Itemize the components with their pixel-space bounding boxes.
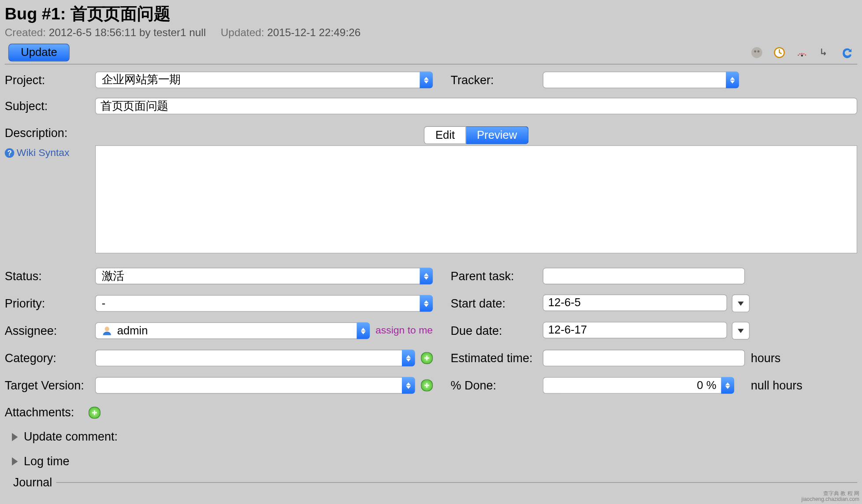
start-date-picker-button[interactable] (732, 294, 750, 312)
tracker-label: Tracker: (451, 73, 543, 87)
meta-line: Created: 2012-6-5 18:56:11 by tester1 nu… (5, 26, 857, 39)
status-label: Status: (5, 269, 95, 283)
add-version-button[interactable] (421, 379, 433, 391)
toolbar-icons (750, 46, 857, 59)
status-select[interactable]: 激活 (95, 268, 433, 285)
status-value: 激活 (96, 268, 420, 284)
estimated-time-label: Estimated time: (451, 351, 543, 365)
start-date-label: Start date: (451, 296, 543, 310)
chevron-updown-icon (721, 377, 734, 394)
created-label: Created: (5, 26, 46, 38)
separator (5, 64, 857, 64)
gauge-icon[interactable] (795, 46, 809, 59)
chevron-updown-icon (726, 71, 739, 88)
wiki-syntax-link[interactable]: ? Wiki Syntax (5, 147, 95, 159)
update-comment-label: Update comment: (24, 430, 118, 444)
priority-value: - (96, 297, 420, 310)
priority-label: Priority: (5, 296, 95, 310)
chevron-updown-icon (402, 350, 415, 367)
add-category-button[interactable] (421, 352, 433, 364)
description-tabs: Edit Preview (95, 126, 857, 144)
update-button[interactable]: Update (8, 44, 70, 61)
add-attachment-button[interactable] (89, 407, 100, 419)
category-label: Category: (5, 351, 95, 365)
chevron-updown-icon (420, 71, 433, 88)
tab-edit[interactable]: Edit (424, 126, 466, 144)
chevron-updown-icon (420, 268, 433, 285)
percent-done-label: % Done: (451, 378, 543, 392)
update-comment-expander[interactable]: Update comment: (12, 430, 857, 444)
null-hours-text: null hours (751, 378, 803, 392)
wiki-syntax-text: Wiki Syntax (17, 147, 70, 159)
assignee-value: admin (117, 324, 148, 337)
project-select[interactable]: 企业网站第一期 (95, 71, 433, 88)
journal-label: Journal (10, 476, 56, 489)
start-date-input[interactable] (543, 294, 727, 311)
due-date-label: Due date: (451, 324, 543, 337)
project-label: Project: (5, 73, 95, 87)
subject-input[interactable] (95, 98, 857, 115)
svg-point-1 (754, 50, 756, 52)
page-title: Bug #1: 首页页面问题 (5, 3, 857, 25)
assign-to-me-link[interactable]: assign to me (375, 325, 433, 337)
history-icon[interactable] (773, 46, 786, 59)
chevron-updown-icon (357, 322, 370, 339)
triangle-right-icon (12, 433, 18, 441)
watch-icon[interactable] (750, 46, 763, 59)
move-icon[interactable] (818, 46, 831, 59)
tab-preview[interactable]: Preview (466, 126, 528, 144)
refresh-icon[interactable] (840, 46, 854, 59)
assignee-label: Assignee: (5, 324, 95, 337)
priority-select[interactable]: - (95, 295, 433, 312)
project-value: 企业网站第一期 (96, 72, 420, 88)
watermark: 查字典 教 程 网 jiaocheng.chazidian.com (802, 491, 859, 502)
parent-task-input[interactable] (543, 268, 745, 285)
log-time-expander[interactable]: Log time (12, 454, 857, 468)
svg-point-0 (751, 47, 762, 58)
log-time-label: Log time (24, 454, 69, 468)
journal-section: Journal (5, 482, 857, 483)
updated-label: Updated: (221, 26, 264, 38)
attachments-label: Attachments: (5, 406, 74, 419)
target-version-select[interactable] (95, 377, 415, 394)
category-select[interactable] (95, 350, 415, 367)
created-value: 2012-6-5 18:56:11 by tester1 null (49, 26, 206, 38)
user-icon (102, 326, 112, 336)
svg-point-2 (758, 50, 760, 52)
due-date-input[interactable] (543, 322, 727, 338)
description-preview (95, 145, 857, 254)
svg-point-4 (801, 55, 803, 56)
chevron-updown-icon (402, 377, 415, 394)
subject-label: Subject: (5, 99, 95, 113)
chevron-updown-icon (420, 295, 433, 312)
help-icon: ? (5, 148, 15, 158)
percent-done-value[interactable] (543, 377, 721, 394)
due-date-picker-button[interactable] (732, 322, 750, 339)
estimated-time-input[interactable] (543, 350, 745, 367)
description-label: Description: (5, 126, 95, 140)
target-version-label: Target Version: (5, 378, 95, 392)
assignee-select[interactable]: admin (95, 322, 370, 339)
svg-point-5 (105, 327, 109, 331)
hours-suffix: hours (751, 351, 780, 365)
updated-value: 2015-12-1 22:49:26 (267, 26, 360, 38)
parent-task-label: Parent task: (451, 269, 543, 283)
percent-done-select[interactable] (543, 377, 745, 394)
tracker-select[interactable] (543, 71, 739, 88)
triangle-right-icon (12, 457, 18, 465)
